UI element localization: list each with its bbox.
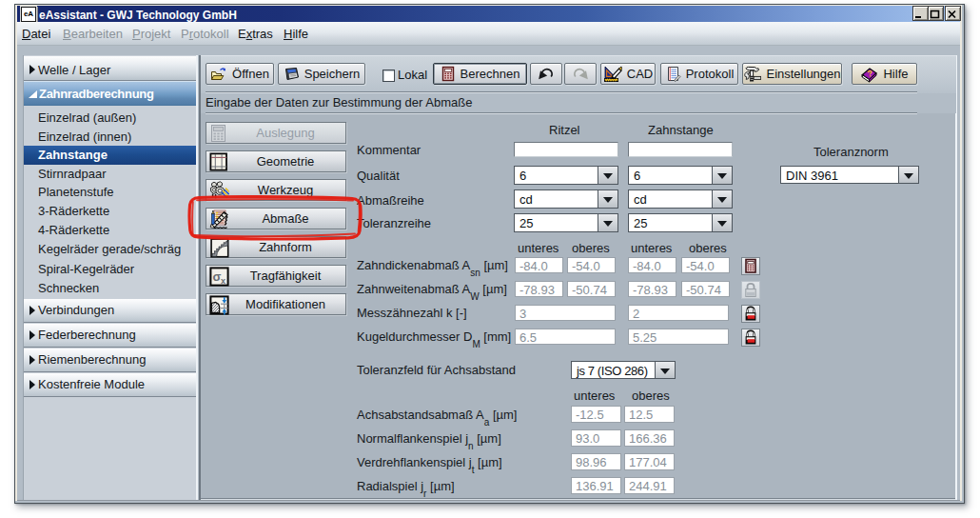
svg-text:x: x <box>221 276 225 286</box>
